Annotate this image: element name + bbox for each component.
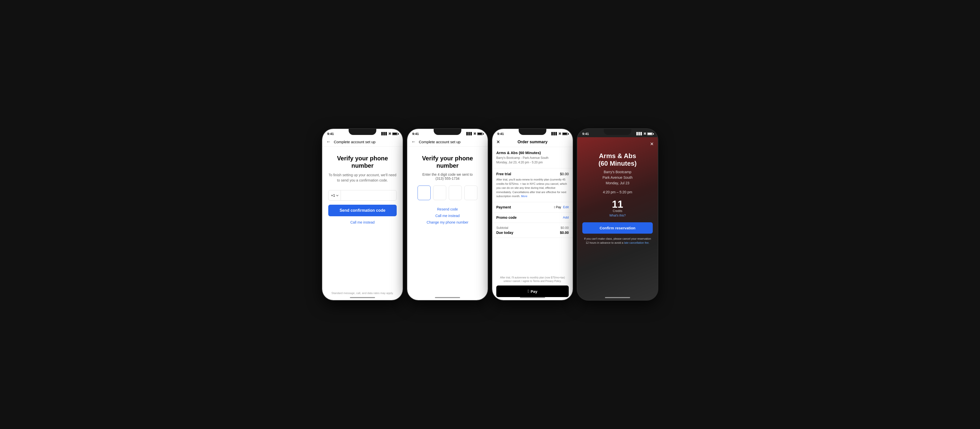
order-class-section: Arms & Abs (60 Minutes) Barry's Bootcamp… [492, 147, 573, 168]
late-cancellation-fee-link[interactable]: late cancellation fee. [624, 241, 649, 244]
status-icons-1: ▋▋▋ ⌘ [381, 132, 398, 136]
edit-payment-link[interactable]: Edit [563, 205, 569, 209]
status-icons-4: ▋▋▋ ⌘ [636, 132, 653, 136]
order-class-name: Arms & Abs (60 Minutes) [496, 151, 569, 155]
status-time-1: 9:41 [327, 132, 334, 136]
credits-number: 11 [612, 199, 623, 209]
signal-icon-1: ▋▋▋ [381, 132, 387, 136]
code-digit-3[interactable] [449, 185, 462, 200]
wifi-icon-2: ⌘ [473, 132, 476, 136]
phone-frame-3: 9:41 ▋▋▋ ⌘ ✕ Order summary Arms & Abs (6… [492, 129, 573, 300]
code-digit-2[interactable] [433, 185, 446, 200]
confirm-screen: ✕ Arms & Abs (60 Minutes) Barry's Bootca… [577, 137, 658, 300]
free-trial-desc: After trial, you'll auto-renew to monthl… [496, 177, 569, 198]
phone-screen-4: 9:41 ▋▋▋ ⌘ ✕ Arms & Abs (60 Minutes) Bar… [577, 129, 658, 300]
promo-label: Promo code [496, 215, 517, 220]
close-button-4[interactable]: ✕ [650, 141, 654, 147]
order-datetime: Monday, Jul 23, 4:20 pm - 5:20 pm [496, 160, 569, 165]
due-today-price: $0.00 [560, 231, 569, 234]
status-bar-2: 9:41 ▋▋▋ ⌘ [407, 129, 488, 137]
payment-row: Payment  Pay Edit [492, 202, 573, 212]
wifi-icon-4: ⌘ [643, 132, 646, 136]
signal-icon-2: ▋▋▋ [466, 132, 473, 136]
chevron-down-icon-1 [336, 194, 338, 196]
phone-number-display: (313) 555-1734 [436, 177, 460, 180]
order-screen: ✕ Order summary Arms & Abs (60 Minutes) … [492, 137, 573, 300]
add-promo-link[interactable]: Add [563, 215, 569, 219]
country-code-value-1: +1 [331, 193, 335, 198]
phone-screen-2: 9:41 ▋▋▋ ⌘ ← Complete account set up Ver… [407, 129, 488, 300]
footer-disclaimer: After trial, I'll autorenew to monthly p… [496, 276, 569, 283]
confirm-reservation-button[interactable]: Confirm reservation [582, 222, 653, 234]
screen-title-2: Verify your phone number [413, 155, 482, 169]
due-today-row: Due today $0.00 [496, 231, 569, 234]
more-link[interactable]: More [521, 195, 527, 198]
back-button-1[interactable]: ← [326, 139, 331, 145]
whats-this-link[interactable]: What's this? [609, 214, 626, 217]
call-me-instead-link-1[interactable]: Call me instead [328, 220, 397, 224]
payment-label: Payment [496, 205, 511, 209]
home-indicator-3 [520, 297, 545, 298]
phone-frame-2: 9:41 ▋▋▋ ⌘ ← Complete account set up Ver… [407, 129, 488, 300]
promo-row: Promo code Add [492, 212, 573, 223]
code-digit-1[interactable] [418, 185, 431, 200]
screen-subtitle-1: To finish setting up your account, we'll… [328, 172, 397, 183]
battery-icon-1 [392, 132, 398, 135]
order-nav: ✕ Order summary [492, 137, 573, 147]
confirm-location-line2: Park Avenue South [603, 175, 633, 180]
phone-screen-1: 9:41 ▋▋▋ ⌘ ← Complete account set up Ver… [322, 129, 403, 300]
status-bar-4: 9:41 ▋▋▋ ⌘ [577, 129, 658, 137]
battery-icon-2 [477, 132, 483, 135]
send-confirmation-button[interactable]: Send confirmation code [328, 205, 397, 216]
order-footer: After trial, I'll autorenew to monthly p… [492, 273, 573, 300]
confirm-location-line1: Barry's Bootcamp [604, 170, 632, 174]
resend-code-link[interactable]: Resend code [413, 207, 482, 211]
free-trial-desc-text: After trial, you'll auto-renew to monthl… [496, 178, 567, 198]
change-phone-link[interactable]: Change my phone number [413, 220, 482, 224]
screen-content-2: Verify your phone number Enter the 4 dig… [407, 147, 488, 300]
confirm-content: Arms & Abs (60 Minutes) Barry's Bootcamp… [577, 137, 658, 300]
free-trial-label: Free trial [496, 172, 511, 176]
confirm-class-name-line1: Arms & Abs [599, 152, 636, 159]
battery-icon-3 [562, 132, 568, 135]
subtotal-section: Subtotal $0.00 Due today $0.00 [492, 223, 573, 238]
phone-screen-3: 9:41 ▋▋▋ ⌘ ✕ Order summary Arms & Abs (6… [492, 129, 573, 300]
code-digit-4[interactable] [465, 185, 477, 200]
phone-frame-4: 9:41 ▋▋▋ ⌘ ✕ Arms & Abs (60 Minutes) Bar… [577, 129, 658, 300]
home-indicator-2 [435, 297, 460, 298]
code-sent-label: Enter the 4 digit code we sent to (313) … [413, 172, 482, 180]
status-time-4: 9:41 [582, 132, 589, 136]
close-button-3[interactable]: ✕ [496, 139, 500, 145]
due-today-label: Due today [496, 231, 513, 234]
nav-bar-1: ← Complete account set up [322, 137, 403, 147]
phone-input-1[interactable] [341, 190, 396, 200]
wifi-icon-1: ⌘ [388, 132, 391, 136]
free-trial-price: $0.00 [560, 172, 569, 176]
apple-pay-button[interactable]:  Pay [496, 285, 569, 297]
screen-content-1: Verify your phone number To finish setti… [322, 147, 403, 300]
status-icons-2: ▋▋▋ ⌘ [466, 132, 483, 136]
signal-icon-4: ▋▋▋ [636, 132, 643, 136]
footer-disclaimer-text: After trial, I'll autorenew to monthly p… [500, 276, 565, 282]
order-free-trial-section: Free trial $0.00 After trial, you'll aut… [492, 168, 573, 202]
back-button-2[interactable]: ← [411, 139, 416, 145]
screen-title-1: Verify your phone number [328, 155, 397, 169]
apple-pay-btn-text: Pay [531, 289, 538, 293]
home-indicator-1 [350, 297, 375, 298]
apple-logo-icon:  [528, 289, 529, 293]
battery-icon-4 [647, 132, 653, 135]
status-icons-3: ▋▋▋ ⌘ [551, 132, 568, 136]
confirm-cancel-note: If you can't make class, please cancel y… [582, 237, 653, 245]
code-input-row [413, 185, 482, 200]
signal-icon-3: ▋▋▋ [551, 132, 557, 136]
phone-input-row-1: +1 [328, 190, 397, 201]
confirm-class-name-line2: (60 Minutes) [598, 159, 636, 167]
status-bar-1: 9:41 ▋▋▋ ⌘ [322, 129, 403, 137]
code-sent-text: Enter the 4 digit code we sent to [422, 172, 473, 177]
call-me-instead-link-2[interactable]: Call me instead [413, 214, 482, 218]
payment-right:  Pay Edit [554, 205, 569, 209]
country-code-1[interactable]: +1 [329, 190, 341, 200]
confirm-date-line2: 4:20 pm – 5:20 pm [603, 190, 632, 194]
confirm-class-title: Arms & Abs (60 Minutes) [598, 152, 636, 167]
subtotal-price: $0.00 [560, 226, 569, 230]
